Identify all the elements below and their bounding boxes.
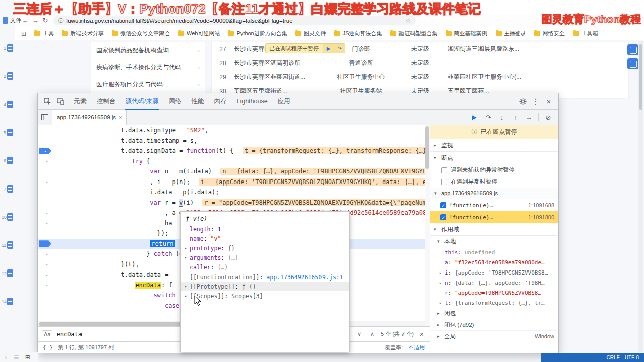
statusbar-item[interactable]: CRLF	[607, 355, 620, 360]
line-gutter[interactable]: -	[38, 220, 53, 226]
expand-icon[interactable]: ▸	[185, 255, 190, 260]
execution-marker[interactable]: -	[39, 240, 51, 247]
line-gutter[interactable]: -	[38, 282, 53, 288]
sidebar-page-item[interactable]: 7	[0, 185, 15, 193]
line-gutter[interactable]: -	[38, 230, 53, 237]
scope-variable-row[interactable]: ▸a: "f32ec5614ce0589ea79a080de…	[430, 257, 558, 267]
badge-step-button[interactable]: ↷	[334, 43, 345, 53]
left-app-file-menu[interactable]: 文件	[3, 17, 21, 24]
bookmark-item[interactable]: 图灵文件	[295, 30, 326, 37]
settings-gear-icon[interactable]	[516, 95, 529, 108]
page-floating-widget[interactable]	[627, 58, 638, 69]
badge-resume-button[interactable]: ▶	[323, 43, 334, 53]
back-icon[interactable]: ←	[20, 17, 30, 24]
search-close-icon[interactable]: ×	[420, 330, 424, 338]
checkbox-unchecked[interactable]	[441, 167, 447, 173]
code-line[interactable]: -t.data.signData = function(t) { t = {tr…	[38, 146, 430, 156]
expand-icon[interactable]: ▸	[439, 281, 445, 285]
tab-应用[interactable]: 应用	[273, 93, 295, 110]
bookmark-item[interactable]: Web可逆网站	[178, 30, 220, 37]
sidebar-page-item[interactable]: 10	[0, 213, 15, 221]
step-into-button[interactable]: ↓	[496, 111, 508, 123]
page-scrollbar[interactable]	[638, 41, 643, 352]
pause-uncaught-checkbox-row[interactable]: 遇到未捕获的异常时暂停	[430, 164, 558, 176]
sidebar-page-item[interactable]: 14	[0, 298, 15, 305]
bookmark-star-icon[interactable]: ☆	[405, 17, 411, 24]
match-case-icon[interactable]: Aa	[42, 330, 52, 338]
code-line[interactable]: -t.data.timestamp = s,	[38, 136, 430, 146]
coverage-value[interactable]: 不适用	[408, 344, 425, 351]
tab-性能[interactable]: 性能	[186, 93, 209, 110]
apps-grid-icon[interactable]: ⊞	[21, 30, 26, 37]
site-info-icon[interactable]: ⓘ	[58, 17, 63, 24]
inspect-element-icon[interactable]	[41, 95, 54, 108]
page-menu-item[interactable]: 国家谈判药品配备机构查询›	[91, 42, 205, 59]
watch-section-header[interactable]: ▸ 监视	[430, 139, 558, 152]
scope-variable-row[interactable]: ▸i: {appCode: 'T98HPCGN5ZVVQBS8…	[430, 267, 558, 278]
bookmark-item[interactable]: 微信公众号文章聚合	[112, 30, 170, 37]
tab-源代码/来源[interactable]: 源代码/来源	[121, 93, 164, 110]
line-gutter[interactable]: -	[38, 127, 53, 134]
checkbox-checked[interactable]: ✓	[440, 214, 446, 220]
code-line[interactable]: -var r = v(i) r = "appCode=T98HPCGN5ZVVQ…	[38, 198, 430, 208]
page-scrollbar-thumb[interactable]	[639, 44, 642, 110]
pretty-print-icon[interactable]: { }	[43, 344, 53, 351]
bookmark-item[interactable]: 主播登录	[496, 30, 526, 37]
line-gutter[interactable]: -	[38, 158, 53, 164]
line-gutter[interactable]: -	[38, 148, 53, 154]
breakpoint-row[interactable]: ✓!function(e)…1:1091800	[430, 211, 558, 223]
page-menu-item[interactable]: 医疗服务项目分类与代码›	[91, 76, 205, 94]
checkbox-checked[interactable]: ✓	[440, 202, 446, 208]
bookmark-item[interactable]: JS逆向算法合集	[334, 30, 382, 37]
list-view-icon[interactable]: ☰	[14, 354, 19, 361]
tab-控制台[interactable]: 控制台	[92, 93, 121, 110]
expand-icon[interactable]: ▸	[185, 246, 190, 250]
breakpoint-file-group[interactable]: ▾ app.1736492616509.js	[430, 188, 558, 199]
sidebar-page-item[interactable]: 4	[0, 101, 15, 108]
expand-icon[interactable]: ▸	[185, 294, 190, 298]
bookmark-item[interactable]: 后端技术分享	[62, 30, 104, 37]
sidebar-page-item[interactable]: 2	[0, 72, 15, 80]
code-line[interactable]: -var n = m(t.data) n = {data: {…}, appCo…	[38, 166, 430, 177]
table-row[interactable]: 28长沙市芙蓉区湛高明诊所普通诊所未定级	[212, 56, 628, 70]
line-gutter[interactable]: -	[38, 292, 53, 299]
sidebar-page-item[interactable]: 12	[0, 269, 15, 277]
table-row[interactable]: 29长沙市芙蓉区韭菜园街道...社区卫生服务中心未定级韭菜园社区卫生服务中心(.…	[212, 70, 628, 84]
editor-hscrollbar-thumb[interactable]	[39, 322, 195, 326]
property-row[interactable]: ▸name: "v"	[181, 234, 349, 243]
tab-Lighthouse[interactable]: Lighthouse	[231, 93, 272, 110]
property-row[interactable]: ▸[[Scopes]]: Scopes[3]	[181, 291, 349, 301]
step-out-button[interactable]: ↑	[509, 111, 521, 123]
scope-section-row[interactable]: ▸全局Window	[430, 331, 558, 342]
line-gutter[interactable]: -	[38, 302, 53, 309]
scope-variable-row[interactable]: ▸this: undefined	[430, 247, 558, 257]
page-menu-item[interactable]: 疾病诊断、手术操作分类与代码›	[91, 59, 205, 76]
breakpoint-marker[interactable]: -	[39, 148, 51, 154]
code-line[interactable]: -, i = p(n); i = {appCode: 'T98HPCGN5ZVV…	[38, 177, 430, 188]
bookmark-item[interactable]: 网络安全	[534, 30, 565, 37]
page-floating-widget[interactable]	[627, 44, 638, 55]
line-gutter[interactable]: -	[38, 251, 53, 257]
expand-icon[interactable]: ▸	[439, 270, 445, 275]
step-button[interactable]: →	[523, 111, 535, 123]
sidebar-page-item[interactable]: 5	[0, 129, 15, 136]
line-gutter[interactable]: -	[38, 240, 53, 247]
line-gutter[interactable]: -	[38, 261, 53, 267]
line-gutter[interactable]: -	[38, 272, 53, 278]
expand-icon[interactable]: ▸	[185, 284, 190, 289]
resume-script-button[interactable]: ▶	[468, 111, 480, 123]
bookmark-item[interactable]: 工具箱	[573, 30, 598, 37]
tab-内存[interactable]: 内存	[209, 93, 231, 110]
line-gutter[interactable]: -	[38, 210, 53, 216]
scope-section-row[interactable]: ▸闭包	[430, 308, 558, 319]
bookmark-item[interactable]: 商业基础案例	[446, 30, 488, 37]
checkbox-unchecked[interactable]	[441, 179, 447, 185]
navigator-toggle-icon[interactable]	[38, 110, 52, 125]
line-gutter[interactable]: -	[38, 189, 53, 196]
line-gutter[interactable]: -	[38, 137, 53, 144]
bookmark-item[interactable]: 验证码塑型合集	[390, 30, 438, 37]
code-line[interactable]: -i.data = p(i.data);	[38, 187, 430, 198]
bookmark-item[interactable]: Python进阶方向合集	[228, 30, 287, 37]
more-options-icon[interactable]: ⋮	[529, 95, 542, 108]
reload-icon[interactable]: ↻	[40, 17, 50, 24]
